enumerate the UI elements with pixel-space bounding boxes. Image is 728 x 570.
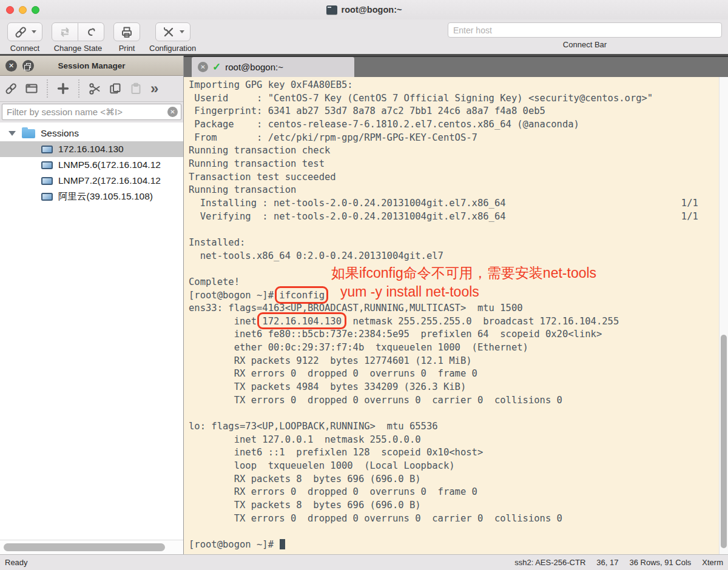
session-icon <box>41 193 53 201</box>
session-label: LNMP7.2(172.16.104.12 <box>58 175 161 186</box>
status-emulation: Xterm <box>702 558 723 567</box>
status-terminal-size: 36 Rows, 91 Cols <box>629 558 691 567</box>
terminal-pane: ✕ ✓ root@bogon:~ Importing GPG key 0xF4A… <box>184 56 728 554</box>
disconnect-button[interactable] <box>78 22 104 41</box>
annotation-circle-ifconfig <box>275 286 328 304</box>
status-cipher: ssh2: AES-256-CTR <box>514 558 585 567</box>
toolbar-item-configuration: Configuration <box>149 22 196 53</box>
session-label: LNMP5.6(172.16.104.12 <box>58 159 161 170</box>
session-filter-input[interactable] <box>2 104 181 120</box>
securecrt-window: root@bogon:~ Connect <box>0 0 728 570</box>
paste-icon[interactable] <box>129 81 143 96</box>
tab-bar: ✕ ✓ root@bogon:~ <box>184 56 728 77</box>
chevron-down-icon <box>32 30 36 33</box>
annotation-circle-ip <box>257 312 346 329</box>
configuration-button[interactable] <box>155 22 190 41</box>
session-item[interactable]: 172.16.104.130 <box>0 141 183 157</box>
session-item[interactable]: LNMP5.6(172.16.104.12 <box>0 157 183 173</box>
session-manager-toolbar: » <box>0 76 183 102</box>
status-cursor-position: 36, 17 <box>596 558 618 567</box>
session-label: 阿里云(39.105.15.108) <box>58 190 153 203</box>
sidebar-horizontal-scrollbar[interactable] <box>0 540 183 554</box>
main-toolbar: Connect Cha <box>0 19 728 56</box>
session-item[interactable]: 阿里云(39.105.15.108) <box>0 189 183 204</box>
connect-session-icon[interactable] <box>4 81 18 96</box>
divider <box>47 79 48 98</box>
tab-title: root@bogon:~ <box>225 62 283 72</box>
connect-button[interactable] <box>7 22 42 41</box>
sync-arrows-icon <box>58 25 72 39</box>
connect-bar-label: Connect Bar <box>563 40 607 49</box>
status-bar: Ready ssh2: AES-256-CTR 36, 17 36 Rows, … <box>0 554 728 570</box>
print-button[interactable] <box>113 22 140 41</box>
chevron-down-icon <box>180 30 184 33</box>
reconnect-button[interactable] <box>52 22 78 41</box>
terminal-cursor <box>280 539 285 549</box>
tab-root-bogon[interactable]: ✕ ✓ root@bogon:~ <box>192 57 354 77</box>
title-bar: root@bogon:~ <box>0 0 728 19</box>
terminal-vertical-scrollbar[interactable] <box>719 77 728 554</box>
close-window-button[interactable] <box>6 6 14 14</box>
tree-folder-sessions[interactable]: Sessions <box>0 126 183 141</box>
change-state-label: Change State <box>54 44 103 53</box>
configuration-label: Configuration <box>149 44 196 53</box>
chain-link-icon <box>13 25 28 39</box>
session-label: 172.16.104.130 <box>58 144 124 155</box>
cut-icon[interactable] <box>87 81 102 96</box>
session-icon <box>41 177 53 185</box>
session-item[interactable]: LNMP7.2(172.16.104.12 <box>0 173 183 189</box>
toolbar-item-connect: Connect <box>7 22 42 53</box>
session-icon <box>41 146 53 153</box>
clear-filter-icon[interactable]: ✕ <box>167 107 178 117</box>
scrollbar-thumb[interactable] <box>4 543 165 551</box>
toolbar-item-print: Print <box>113 22 140 53</box>
connect-label: Connect <box>10 44 39 53</box>
folder-label: Sessions <box>41 128 79 139</box>
session-icon <box>41 161 53 169</box>
disclosure-triangle-icon[interactable] <box>8 131 16 136</box>
traffic-lights <box>6 6 39 14</box>
session-manager-panel: ✕ Session Manager <box>0 56 184 554</box>
connect-bar-group: Connect Bar <box>448 22 722 49</box>
zoom-window-button[interactable] <box>32 6 39 14</box>
tools-icon <box>161 25 176 39</box>
annotation-text: 如果ifconfig命令不可用，需要安装net-tools <box>331 264 596 283</box>
minimize-window-button[interactable] <box>19 6 27 14</box>
folder-icon <box>22 129 35 138</box>
terminal-app-icon <box>326 5 337 15</box>
filter-row: ✕ <box>0 102 183 122</box>
status-ready: Ready <box>5 558 28 567</box>
add-session-icon[interactable] <box>56 81 70 96</box>
overflow-icon[interactable]: » <box>150 81 158 96</box>
window-title: root@bogon:~ <box>342 5 402 15</box>
copy-icon[interactable] <box>108 81 123 96</box>
print-label: Print <box>119 44 135 53</box>
annotation-text: yum -y install net-tools <box>340 284 479 300</box>
session-manager-header: ✕ Session Manager <box>0 56 183 76</box>
new-window-icon[interactable] <box>24 81 39 96</box>
printer-icon <box>120 25 134 39</box>
divider <box>78 79 79 98</box>
tab-close-icon[interactable]: ✕ <box>198 62 208 72</box>
scrollbar-thumb[interactable] <box>721 335 727 548</box>
host-input[interactable] <box>448 22 722 38</box>
toolbar-item-change-state: Change State <box>52 22 104 53</box>
connected-check-icon: ✓ <box>212 61 221 73</box>
terminal-screen[interactable]: Importing GPG key 0xF4A80EB5: Userid : "… <box>184 77 728 554</box>
session-manager-title: Session Manager <box>0 61 183 70</box>
broken-link-icon <box>84 25 98 39</box>
session-tree: Sessions 172.16.104.130 LNMP5.6(172.16.1… <box>0 122 183 540</box>
